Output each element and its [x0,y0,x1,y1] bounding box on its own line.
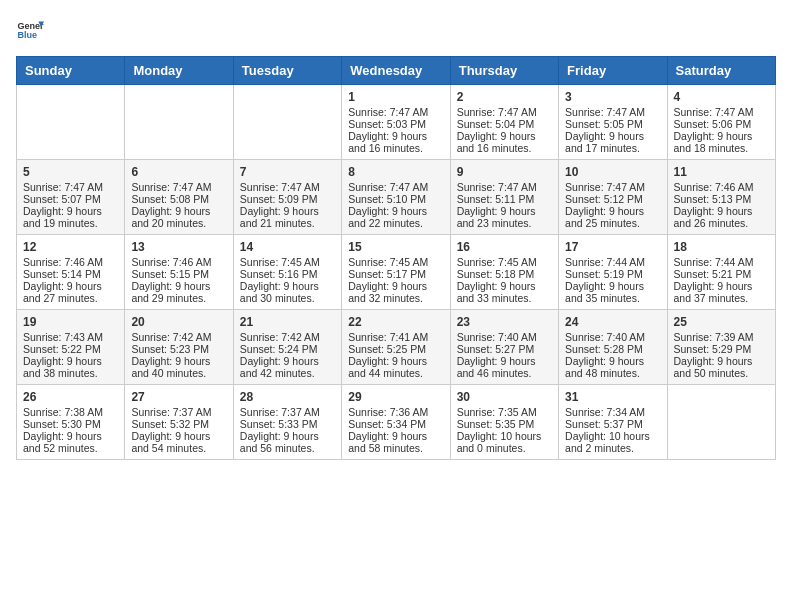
daylight-text: Daylight: 9 hours and 52 minutes. [23,430,118,454]
daylight-text: Daylight: 9 hours and 30 minutes. [240,280,335,304]
day-number: 11 [674,165,769,179]
calendar-day-cell: 17Sunrise: 7:44 AMSunset: 5:19 PMDayligh… [559,235,667,310]
daylight-text: Daylight: 9 hours and 18 minutes. [674,130,769,154]
sunset-text: Sunset: 5:14 PM [23,268,118,280]
daylight-text: Daylight: 9 hours and 23 minutes. [457,205,552,229]
day-number: 19 [23,315,118,329]
day-number: 24 [565,315,660,329]
sunrise-text: Sunrise: 7:47 AM [131,181,226,193]
daylight-text: Daylight: 9 hours and 50 minutes. [674,355,769,379]
calendar-day-cell [233,85,341,160]
daylight-text: Daylight: 9 hours and 25 minutes. [565,205,660,229]
sunset-text: Sunset: 5:08 PM [131,193,226,205]
sunrise-text: Sunrise: 7:46 AM [23,256,118,268]
sunset-text: Sunset: 5:25 PM [348,343,443,355]
calendar-day-cell: 12Sunrise: 7:46 AMSunset: 5:14 PMDayligh… [17,235,125,310]
sunset-text: Sunset: 5:34 PM [348,418,443,430]
day-number: 15 [348,240,443,254]
sunset-text: Sunset: 5:21 PM [674,268,769,280]
daylight-text: Daylight: 9 hours and 54 minutes. [131,430,226,454]
sunrise-text: Sunrise: 7:46 AM [674,181,769,193]
calendar-day-cell: 6Sunrise: 7:47 AMSunset: 5:08 PMDaylight… [125,160,233,235]
calendar-day-cell: 15Sunrise: 7:45 AMSunset: 5:17 PMDayligh… [342,235,450,310]
day-number: 5 [23,165,118,179]
day-number: 23 [457,315,552,329]
calendar-week-row: 5Sunrise: 7:47 AMSunset: 5:07 PMDaylight… [17,160,776,235]
calendar-day-cell: 25Sunrise: 7:39 AMSunset: 5:29 PMDayligh… [667,310,775,385]
sunset-text: Sunset: 5:29 PM [674,343,769,355]
calendar-day-cell: 7Sunrise: 7:47 AMSunset: 5:09 PMDaylight… [233,160,341,235]
calendar-week-row: 1Sunrise: 7:47 AMSunset: 5:03 PMDaylight… [17,85,776,160]
logo: General Blue [16,16,44,44]
sunset-text: Sunset: 5:04 PM [457,118,552,130]
daylight-text: Daylight: 9 hours and 42 minutes. [240,355,335,379]
calendar-day-cell: 27Sunrise: 7:37 AMSunset: 5:32 PMDayligh… [125,385,233,460]
sunset-text: Sunset: 5:30 PM [23,418,118,430]
sunset-text: Sunset: 5:18 PM [457,268,552,280]
sunset-text: Sunset: 5:27 PM [457,343,552,355]
day-number: 31 [565,390,660,404]
calendar-day-cell: 23Sunrise: 7:40 AMSunset: 5:27 PMDayligh… [450,310,558,385]
sunset-text: Sunset: 5:22 PM [23,343,118,355]
calendar-day-cell: 2Sunrise: 7:47 AMSunset: 5:04 PMDaylight… [450,85,558,160]
daylight-text: Daylight: 9 hours and 22 minutes. [348,205,443,229]
daylight-text: Daylight: 9 hours and 58 minutes. [348,430,443,454]
daylight-text: Daylight: 10 hours and 2 minutes. [565,430,660,454]
daylight-text: Daylight: 9 hours and 48 minutes. [565,355,660,379]
sunset-text: Sunset: 5:06 PM [674,118,769,130]
daylight-text: Daylight: 9 hours and 38 minutes. [23,355,118,379]
sunset-text: Sunset: 5:15 PM [131,268,226,280]
daylight-text: Daylight: 9 hours and 19 minutes. [23,205,118,229]
sunrise-text: Sunrise: 7:36 AM [348,406,443,418]
day-of-week-header: Thursday [450,57,558,85]
sunset-text: Sunset: 5:10 PM [348,193,443,205]
daylight-text: Daylight: 9 hours and 44 minutes. [348,355,443,379]
calendar-body: 1Sunrise: 7:47 AMSunset: 5:03 PMDaylight… [17,85,776,460]
sunset-text: Sunset: 5:03 PM [348,118,443,130]
sunrise-text: Sunrise: 7:47 AM [240,181,335,193]
calendar-day-cell: 11Sunrise: 7:46 AMSunset: 5:13 PMDayligh… [667,160,775,235]
sunrise-text: Sunrise: 7:47 AM [348,181,443,193]
day-number: 12 [23,240,118,254]
sunset-text: Sunset: 5:11 PM [457,193,552,205]
calendar-week-row: 26Sunrise: 7:38 AMSunset: 5:30 PMDayligh… [17,385,776,460]
svg-text:Blue: Blue [17,30,37,40]
day-number: 17 [565,240,660,254]
daylight-text: Daylight: 9 hours and 16 minutes. [457,130,552,154]
sunset-text: Sunset: 5:32 PM [131,418,226,430]
sunrise-text: Sunrise: 7:47 AM [348,106,443,118]
day-number: 20 [131,315,226,329]
calendar-day-cell: 16Sunrise: 7:45 AMSunset: 5:18 PMDayligh… [450,235,558,310]
calendar-day-cell [667,385,775,460]
sunrise-text: Sunrise: 7:46 AM [131,256,226,268]
daylight-text: Daylight: 9 hours and 56 minutes. [240,430,335,454]
sunrise-text: Sunrise: 7:47 AM [457,106,552,118]
sunset-text: Sunset: 5:09 PM [240,193,335,205]
calendar-day-cell: 14Sunrise: 7:45 AMSunset: 5:16 PMDayligh… [233,235,341,310]
daylight-text: Daylight: 9 hours and 46 minutes. [457,355,552,379]
daylight-text: Daylight: 9 hours and 33 minutes. [457,280,552,304]
sunrise-text: Sunrise: 7:35 AM [457,406,552,418]
day-number: 13 [131,240,226,254]
day-of-week-header: Saturday [667,57,775,85]
calendar-day-cell [17,85,125,160]
day-number: 16 [457,240,552,254]
calendar-day-cell: 8Sunrise: 7:47 AMSunset: 5:10 PMDaylight… [342,160,450,235]
day-number: 28 [240,390,335,404]
daylight-text: Daylight: 9 hours and 40 minutes. [131,355,226,379]
calendar-day-cell: 21Sunrise: 7:42 AMSunset: 5:24 PMDayligh… [233,310,341,385]
day-of-week-header: Monday [125,57,233,85]
sunrise-text: Sunrise: 7:38 AM [23,406,118,418]
sunrise-text: Sunrise: 7:47 AM [565,181,660,193]
day-of-week-header: Friday [559,57,667,85]
day-number: 14 [240,240,335,254]
day-number: 9 [457,165,552,179]
calendar-day-cell: 1Sunrise: 7:47 AMSunset: 5:03 PMDaylight… [342,85,450,160]
sunset-text: Sunset: 5:33 PM [240,418,335,430]
sunset-text: Sunset: 5:37 PM [565,418,660,430]
calendar-day-cell: 13Sunrise: 7:46 AMSunset: 5:15 PMDayligh… [125,235,233,310]
sunset-text: Sunset: 5:24 PM [240,343,335,355]
sunrise-text: Sunrise: 7:47 AM [23,181,118,193]
sunset-text: Sunset: 5:23 PM [131,343,226,355]
sunrise-text: Sunrise: 7:45 AM [348,256,443,268]
